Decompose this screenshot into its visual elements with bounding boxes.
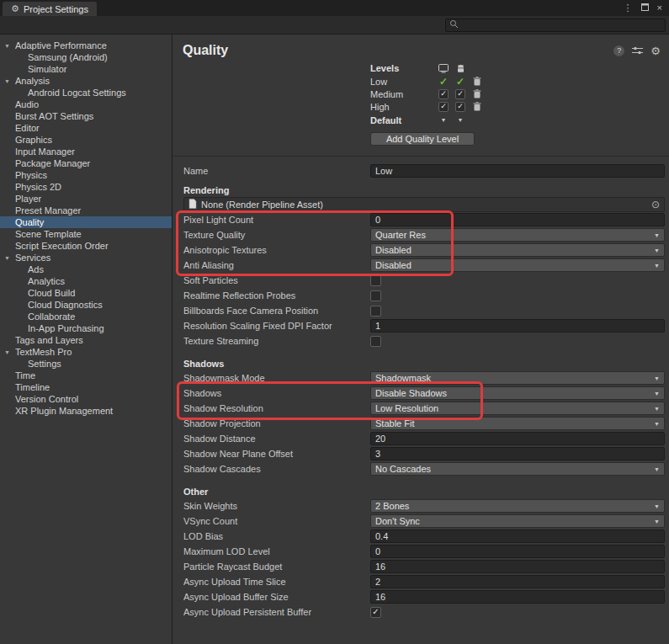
platform-checkbox[interactable]: ✓ xyxy=(455,102,465,112)
platform-checkbox[interactable]: ✓ xyxy=(438,102,449,112)
sidebar-item-preset-manager[interactable]: Preset Manager xyxy=(0,205,172,216)
sidebar-item-analysis[interactable]: ▼Analysis xyxy=(0,75,172,87)
render-pipeline-asset-field[interactable]: None (Render Pipeline Asset)⊙ xyxy=(183,197,665,212)
gear-icon[interactable]: ⚙ xyxy=(650,45,661,57)
chevron-down-icon: ▼ xyxy=(654,391,660,397)
foldout-arrow-icon[interactable]: ▼ xyxy=(4,43,10,49)
trash-icon[interactable] xyxy=(473,89,481,98)
sidebar-item-tags-and-layers[interactable]: Tags and Layers xyxy=(0,334,172,346)
add-quality-level-button[interactable]: Add Quality Level xyxy=(370,132,475,146)
sidebar-item-textmesh-pro[interactable]: ▼TextMesh Pro xyxy=(0,346,172,358)
dropdown-shadows[interactable]: Disable Shadows▼ xyxy=(370,386,665,400)
property-label: Skin Weights xyxy=(183,501,370,511)
object-picker-icon[interactable]: ⊙ xyxy=(651,199,660,210)
property-row-lod-bias: LOD Bias0.4 xyxy=(173,529,669,544)
title-bar: ⚙ Project Settings ⋮ × xyxy=(0,0,669,16)
name-field[interactable]: Low xyxy=(370,164,665,178)
sidebar-item-package-manager[interactable]: Package Manager xyxy=(0,157,172,169)
sections: RenderingNone (Render Pipeline Asset)⊙Pi… xyxy=(173,184,669,620)
dropdown-shadowmask-mode[interactable]: Shadowmask▼ xyxy=(370,371,665,385)
checkbox-soft-particles[interactable] xyxy=(370,275,381,286)
dropdown-texture-quality[interactable]: Quarter Res▼ xyxy=(370,228,665,242)
sidebar-item-xr-plugin-management[interactable]: XR Plugin Management xyxy=(0,405,172,417)
sidebar-item-script-execution-order[interactable]: Script Execution Order xyxy=(0,240,172,252)
value-field-async-upload-time-slice[interactable]: 2 xyxy=(370,575,665,588)
android-platform-icon xyxy=(452,64,469,73)
quality-level-row-low[interactable]: Low✓✓ xyxy=(370,75,669,88)
value-field-pixel-light-count[interactable]: 0 xyxy=(370,213,665,226)
checkbox-realtime-reflection-probes[interactable] xyxy=(370,290,381,301)
sidebar-item-in-app-purchasing[interactable]: In-App Purchasing xyxy=(0,322,172,334)
window-menu-icon[interactable]: ⋮ xyxy=(624,3,633,13)
sidebar-item-input-manager[interactable]: Input Manager xyxy=(0,146,172,157)
sidebar-item-timeline[interactable]: Timeline xyxy=(0,381,172,393)
default-quality-dropdown[interactable]: ▼ xyxy=(458,117,464,123)
sidebar-item-android-logcat-settings[interactable]: Android Logcat Settings xyxy=(0,87,172,98)
sidebar-item-collaborate[interactable]: Collaborate xyxy=(0,311,172,322)
search-input[interactable] xyxy=(462,20,661,30)
preset-icon[interactable] xyxy=(632,46,643,55)
checkbox-texture-streaming[interactable] xyxy=(370,336,381,347)
checkbox-billboards-face-camera-position[interactable] xyxy=(370,306,381,317)
sidebar-item-audio[interactable]: Audio xyxy=(0,98,172,110)
value-field-particle-raycast-budget[interactable]: 16 xyxy=(370,560,665,573)
sidebar-item-label: Cloud Build xyxy=(0,288,75,298)
sidebar-item-time[interactable]: Time xyxy=(0,370,172,381)
dropdown-vsync-count[interactable]: Don't Sync▼ xyxy=(370,514,665,528)
trash-icon[interactable] xyxy=(473,102,481,111)
sidebar-item-samsung-android[interactable]: Samsung (Android) xyxy=(0,51,172,63)
sidebar-item-label: Audio xyxy=(0,99,39,109)
foldout-arrow-icon[interactable]: ▼ xyxy=(4,349,10,355)
sidebar-item-graphics[interactable]: Graphics xyxy=(0,134,172,146)
sidebar-item-analytics[interactable]: Analytics xyxy=(0,275,172,287)
sidebar-item-cloud-build[interactable]: Cloud Build xyxy=(0,287,172,299)
sidebar-item-cloud-diagnostics[interactable]: Cloud Diagnostics xyxy=(0,299,172,311)
quality-level-row-high[interactable]: High✓✓ xyxy=(370,100,669,113)
window-float-icon[interactable] xyxy=(641,3,649,13)
property-label: LOD Bias xyxy=(183,531,370,541)
value-field-shadow-distance[interactable]: 20 xyxy=(370,432,665,445)
property-label: Shadowmask Mode xyxy=(183,373,370,383)
tab-project-settings[interactable]: ⚙ Project Settings xyxy=(3,2,97,16)
sidebar-item-version-control[interactable]: Version Control xyxy=(0,393,172,405)
page-title: Quality xyxy=(183,43,228,58)
sidebar-item-simulator[interactable]: Simulator xyxy=(0,63,172,75)
dropdown-shadow-cascades[interactable]: No Cascades▼ xyxy=(370,462,665,476)
sidebar-item-ads[interactable]: Ads xyxy=(0,263,172,275)
property-label: Billboards Face Camera Position xyxy=(183,306,370,316)
value-field-maximum-lod-level[interactable]: 0 xyxy=(370,545,665,558)
value-field-lod-bias[interactable]: 0.4 xyxy=(370,530,665,543)
value-field-async-upload-buffer-size[interactable]: 16 xyxy=(370,590,665,604)
dropdown-anisotropic-textures[interactable]: Disabled▼ xyxy=(370,243,665,257)
trash-icon[interactable] xyxy=(473,77,481,86)
dropdown-skin-weights[interactable]: 2 Bones▼ xyxy=(370,499,665,513)
search-icon xyxy=(449,19,459,30)
sidebar-item-burst-aot-settings[interactable]: Burst AOT Settings xyxy=(0,110,172,122)
sidebar-item-scene-template[interactable]: Scene Template xyxy=(0,228,172,240)
sidebar-item-player[interactable]: Player xyxy=(0,193,172,205)
active-check-icon: ✓ xyxy=(439,76,448,88)
sidebar-item-quality[interactable]: Quality xyxy=(0,216,172,228)
dropdown-shadow-resolution[interactable]: Low Resolution▼ xyxy=(370,402,665,415)
dropdown-shadow-projection[interactable]: Stable Fit▼ xyxy=(370,417,665,430)
default-quality-dropdown[interactable]: ▼ xyxy=(441,117,447,123)
sidebar-item-editor[interactable]: Editor xyxy=(0,122,172,134)
platform-checkbox[interactable]: ✓ xyxy=(438,89,449,99)
checkbox-async-upload-persistent-buffer[interactable]: ✓ xyxy=(370,607,381,618)
value-field-shadow-near-plane-offset[interactable]: 3 xyxy=(370,447,665,460)
foldout-arrow-icon[interactable]: ▼ xyxy=(4,255,10,261)
sidebar-item-services[interactable]: ▼Services xyxy=(0,252,172,263)
sidebar-item-adaptive-performance[interactable]: ▼Adaptive Performance xyxy=(0,40,172,51)
quality-level-row-medium[interactable]: Medium✓✓ xyxy=(370,88,669,100)
dropdown-anti-aliasing[interactable]: Disabled▼ xyxy=(370,258,665,272)
search-box[interactable] xyxy=(445,19,666,32)
sidebar-item-settings[interactable]: Settings xyxy=(0,358,172,370)
foldout-arrow-icon[interactable]: ▼ xyxy=(4,78,10,84)
sidebar-item-physics[interactable]: Physics xyxy=(0,169,172,181)
sidebar-item-physics-2d[interactable]: Physics 2D xyxy=(0,181,172,193)
window-close-icon[interactable]: × xyxy=(657,3,662,13)
platform-checkbox[interactable]: ✓ xyxy=(455,89,465,99)
sidebar-item-label: Settings xyxy=(0,359,61,369)
value-field-resolution-scaling-fixed-dpi-factor[interactable]: 1 xyxy=(370,319,665,333)
help-icon[interactable]: ? xyxy=(613,45,624,56)
